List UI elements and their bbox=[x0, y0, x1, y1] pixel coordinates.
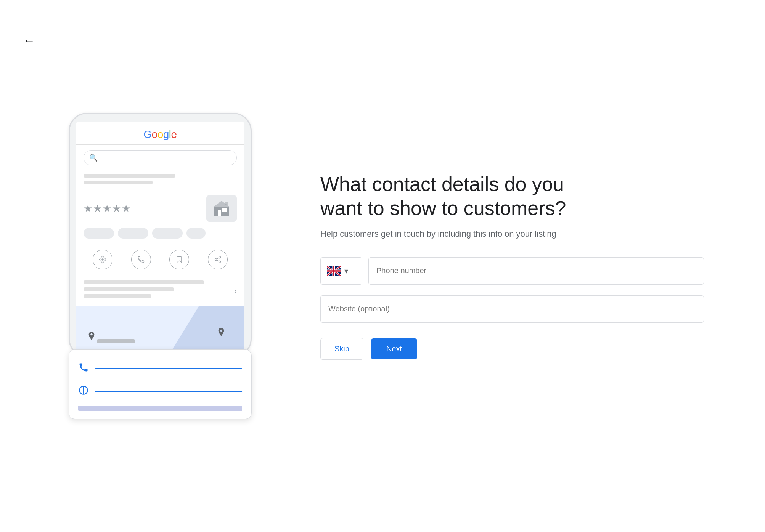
svg-line-11 bbox=[217, 260, 219, 261]
phone-popup bbox=[69, 349, 252, 419]
phone-mockup: Google 🔍 ★★★★★ bbox=[53, 113, 267, 419]
map-line bbox=[97, 339, 135, 346]
svg-point-8 bbox=[219, 256, 220, 258]
svg-rect-1 bbox=[218, 210, 221, 216]
action-row bbox=[76, 244, 244, 275]
next-button[interactable]: Next bbox=[371, 338, 417, 359]
content-line bbox=[84, 181, 153, 184]
content-lines bbox=[76, 170, 244, 191]
tag bbox=[118, 228, 148, 239]
popup-phone-icon bbox=[78, 362, 89, 375]
stars: ★★★★★ bbox=[84, 203, 131, 215]
search-icon: 🔍 bbox=[89, 154, 98, 162]
website-input[interactable] bbox=[320, 295, 704, 323]
form-section: What contact details do you want to show… bbox=[297, 165, 727, 367]
buttons-row: Skip Next bbox=[320, 338, 704, 360]
popup-globe-icon bbox=[78, 385, 89, 398]
uk-flag-icon bbox=[327, 266, 341, 276]
svg-point-9 bbox=[215, 259, 217, 261]
tag bbox=[152, 228, 183, 239]
phone-header: Google bbox=[76, 122, 244, 145]
svg-point-10 bbox=[219, 261, 220, 263]
content-line bbox=[84, 280, 204, 284]
lines-stack bbox=[84, 280, 234, 301]
tags-row bbox=[76, 226, 244, 241]
popup-phone-row bbox=[78, 357, 242, 380]
bookmark-icon bbox=[169, 250, 189, 269]
chevron-icon: › bbox=[234, 287, 237, 295]
map-area bbox=[76, 306, 244, 356]
popup-website-row bbox=[78, 380, 242, 403]
tag bbox=[84, 228, 114, 239]
more-lines: › bbox=[76, 275, 244, 306]
phone-icon bbox=[131, 250, 151, 269]
country-selector[interactable]: ▾ bbox=[320, 257, 362, 285]
page-subtitle: Help customers get in touch by including… bbox=[320, 229, 704, 239]
page-title: What contact details do you want to show… bbox=[320, 172, 572, 220]
content-line bbox=[84, 287, 174, 291]
popup-phone-line bbox=[95, 368, 242, 369]
phone-input-row: ▾ bbox=[320, 257, 704, 285]
phone-search-bar: 🔍 bbox=[84, 150, 237, 165]
map-pin-icon-2 bbox=[217, 328, 225, 341]
svg-rect-2 bbox=[222, 208, 227, 212]
stars-row: ★★★★★ bbox=[76, 191, 244, 226]
phone-number-input[interactable] bbox=[368, 257, 704, 285]
svg-point-4 bbox=[225, 202, 228, 205]
business-icon bbox=[206, 195, 237, 222]
tag bbox=[186, 228, 206, 239]
content-line bbox=[84, 294, 151, 298]
phone-outer: Google 🔍 ★★★★★ bbox=[69, 113, 252, 357]
directions-icon bbox=[93, 250, 112, 269]
svg-line-12 bbox=[217, 258, 219, 259]
map-pin-icon bbox=[87, 332, 96, 345]
back-arrow[interactable]: ← bbox=[23, 34, 35, 46]
popup-website-line bbox=[95, 391, 242, 392]
phone-bottom-bar bbox=[78, 406, 242, 411]
phone-screen: Google 🔍 ★★★★★ bbox=[76, 122, 244, 356]
map-overlay bbox=[168, 306, 244, 356]
google-logo: Google bbox=[143, 128, 177, 141]
share-icon bbox=[208, 250, 228, 269]
content-line bbox=[84, 174, 175, 178]
skip-button[interactable]: Skip bbox=[320, 338, 363, 360]
chevron-down-icon: ▾ bbox=[344, 266, 348, 276]
